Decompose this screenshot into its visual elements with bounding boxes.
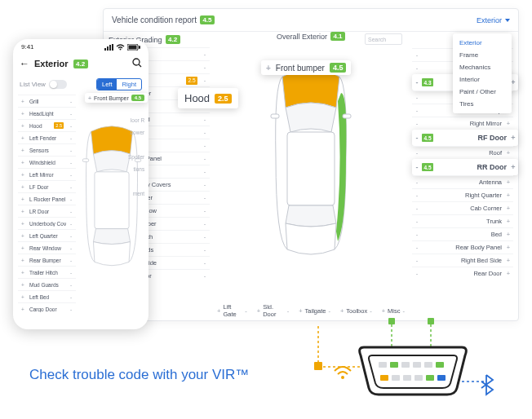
minus-icon[interactable]: - xyxy=(200,246,210,254)
plus-icon[interactable]: + xyxy=(217,307,220,315)
minus-icon[interactable]: - xyxy=(66,148,76,153)
plus-icon[interactable]: + xyxy=(503,244,513,251)
minus-icon[interactable]: - xyxy=(200,51,210,58)
dropdown-item[interactable]: Frame xyxy=(453,49,512,61)
minus-icon[interactable]: - xyxy=(200,272,210,280)
dropdown-item[interactable]: Interior xyxy=(453,73,512,86)
plus-icon[interactable]: + xyxy=(18,245,28,251)
minus-icon[interactable]: - xyxy=(412,244,422,251)
minus-icon[interactable]: - xyxy=(66,282,76,288)
minus-icon[interactable]: - xyxy=(66,221,76,227)
plus-icon[interactable]: + xyxy=(503,149,513,157)
plus-icon[interactable]: + xyxy=(503,218,513,225)
minus-icon[interactable]: - xyxy=(412,51,422,59)
list-item[interactable]: +Left Mirror- xyxy=(18,168,76,180)
minus-icon[interactable]: - xyxy=(66,233,76,239)
front-bumper-card[interactable]: + Front bumper 4.5 xyxy=(261,60,351,75)
list-item[interactable]: +HeadLight- xyxy=(18,107,76,119)
list-item[interactable]: +Hood2.5- xyxy=(18,119,76,131)
list-item[interactable]: +Mud Guards- xyxy=(18,278,76,290)
back-icon[interactable]: ← xyxy=(20,58,29,69)
minus-icon[interactable]: - xyxy=(66,245,76,251)
plus-icon[interactable]: + xyxy=(18,123,28,129)
minus-icon[interactable]: - xyxy=(412,231,422,238)
list-item[interactable]: +LR Door- xyxy=(18,205,76,217)
list-item[interactable]: +Trailer Hitch- xyxy=(18,266,76,278)
minus-icon[interactable]: - xyxy=(412,218,422,225)
list-view-toggle[interactable] xyxy=(49,80,67,89)
minus-icon[interactable]: - xyxy=(200,233,210,240)
plus-icon[interactable]: + xyxy=(299,307,302,315)
hood-card[interactable]: Hood 2.5 xyxy=(178,88,238,108)
minus-icon[interactable]: - xyxy=(200,168,210,175)
dropdown-item[interactable]: Mechanics xyxy=(453,61,512,73)
plus-icon[interactable]: + xyxy=(503,205,513,212)
plus-icon[interactable]: + xyxy=(18,135,28,141)
mini-item[interactable]: +Toolbox- xyxy=(340,303,372,318)
list-item[interactable]: +Rear Window- xyxy=(18,241,76,254)
plus-icon[interactable]: + xyxy=(18,172,28,178)
minus-icon[interactable]: - xyxy=(412,205,422,212)
list-item[interactable]: +Underbody Cov- xyxy=(18,217,76,229)
list-item[interactable]: -Rear Door+ xyxy=(412,267,513,280)
plus-icon[interactable]: + xyxy=(18,184,28,190)
list-item[interactable]: +Cargo Door- xyxy=(18,302,76,315)
minus-icon[interactable]: - xyxy=(403,307,406,315)
minus-icon[interactable]: - xyxy=(412,64,422,72)
dropdown-item[interactable]: Tires xyxy=(453,98,512,110)
plus-icon[interactable]: + xyxy=(18,294,28,300)
plus-icon[interactable]: + xyxy=(503,231,513,238)
minus-icon[interactable]: - xyxy=(66,307,76,312)
minus-icon[interactable]: - xyxy=(200,220,210,227)
minus-icon[interactable]: - xyxy=(412,94,422,101)
list-item[interactable]: -Right Quarter+ xyxy=(412,188,513,201)
minus-icon[interactable]: - xyxy=(66,111,76,117)
minus-icon[interactable]: - xyxy=(412,192,422,199)
list-item[interactable]: +Sensors- xyxy=(18,143,76,156)
minus-icon[interactable]: - xyxy=(200,77,210,84)
minus-icon[interactable]: - xyxy=(66,258,76,263)
minus-icon[interactable]: - xyxy=(287,307,290,315)
plus-icon[interactable]: + xyxy=(508,163,518,171)
seg-right[interactable]: Right xyxy=(117,79,141,90)
seg-left[interactable]: Left xyxy=(97,79,117,90)
list-item[interactable]: -4.5RR Door+ xyxy=(412,159,518,175)
minus-icon[interactable]: - xyxy=(412,270,422,277)
plus-icon[interactable]: + xyxy=(18,233,28,239)
minus-icon[interactable]: - xyxy=(200,142,210,149)
section-dropdown-menu[interactable]: ExteriorFrameMechanicsInteriorPaint / Ot… xyxy=(453,33,512,113)
list-item[interactable]: +L Rocker Panel- xyxy=(18,192,76,205)
plus-icon[interactable]: + xyxy=(382,307,385,315)
list-item[interactable]: +Left Quarter- xyxy=(18,229,76,241)
search-input[interactable]: Search xyxy=(365,33,402,45)
plus-icon[interactable]: + xyxy=(503,257,513,264)
plus-icon[interactable]: + xyxy=(18,209,28,214)
plus-icon[interactable]: + xyxy=(503,270,513,277)
minus-icon[interactable]: - xyxy=(200,116,210,123)
plus-icon[interactable]: + xyxy=(18,99,28,104)
minus-icon[interactable]: - xyxy=(412,134,422,142)
plus-icon[interactable]: + xyxy=(266,64,271,73)
minus-icon[interactable]: - xyxy=(66,172,76,178)
minus-icon[interactable]: - xyxy=(66,160,76,165)
minus-icon[interactable]: - xyxy=(66,123,76,129)
plus-icon[interactable]: + xyxy=(88,95,91,101)
minus-icon[interactable]: - xyxy=(200,259,210,267)
list-item[interactable]: -Antenna+ xyxy=(412,175,513,188)
plus-icon[interactable]: + xyxy=(18,111,28,117)
list-item[interactable]: +LF Door- xyxy=(18,180,76,192)
minus-icon[interactable]: - xyxy=(412,78,422,86)
minus-icon[interactable]: - xyxy=(66,196,76,202)
plus-icon[interactable]: + xyxy=(508,134,518,142)
minus-icon[interactable]: - xyxy=(412,120,422,127)
dropdown-item[interactable]: Paint / Other xyxy=(453,86,512,98)
list-item[interactable]: -Bed+ xyxy=(412,227,513,240)
left-right-seg[interactable]: Left Right xyxy=(96,78,142,90)
minus-icon[interactable]: - xyxy=(66,270,76,276)
mini-item[interactable]: +Sld. Door- xyxy=(257,303,289,318)
plus-icon[interactable]: + xyxy=(340,307,344,315)
mini-item[interactable]: +Lift Gate- xyxy=(217,303,247,318)
minus-icon[interactable]: - xyxy=(66,209,76,214)
minus-icon[interactable]: - xyxy=(66,99,76,104)
mini-item[interactable]: +Tailgate- xyxy=(299,303,330,318)
